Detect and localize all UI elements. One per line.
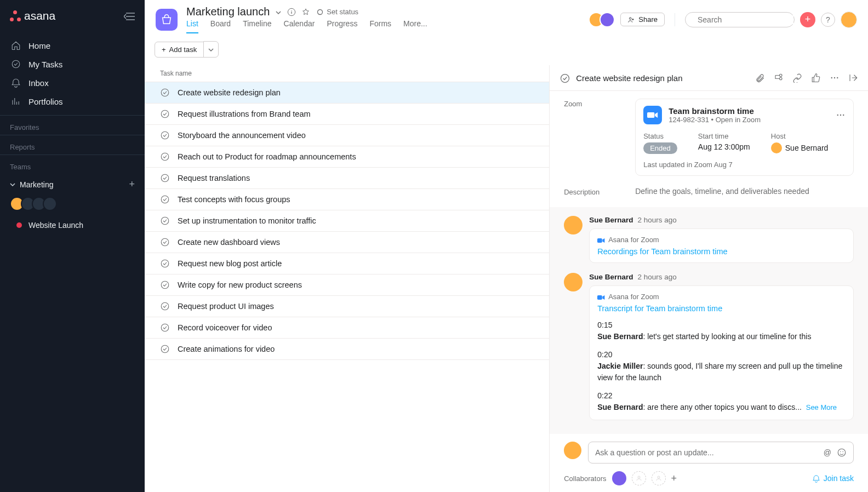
task-row[interactable]: Storyboard the announcement video [145, 125, 549, 146]
column-header-task-name[interactable]: Task name [145, 65, 549, 82]
project-menu-chevron-icon[interactable] [275, 8, 282, 16]
team-toggle[interactable]: Marketing + [0, 174, 145, 194]
task-row[interactable]: Request illustrations from Brand team [145, 104, 549, 125]
task-checkbox-icon[interactable] [160, 88, 170, 98]
subtask-icon[interactable] [774, 73, 784, 83]
task-row[interactable]: Create new dashboard views [145, 232, 549, 253]
svg-point-12 [161, 238, 169, 246]
reports-heading[interactable]: Reports [0, 135, 145, 155]
collaborator-avatar[interactable] [612, 471, 626, 485]
project-title[interactable]: Marketing launch [186, 5, 270, 18]
comment-author[interactable]: Sue Bernard [589, 273, 633, 281]
comment-author-avatar[interactable] [564, 273, 583, 291]
tab-more[interactable]: More... [403, 19, 427, 33]
task-checkbox-icon[interactable] [160, 301, 170, 311]
nav-home[interactable]: Home [0, 36, 145, 55]
task-row[interactable]: Create website redesign plan [145, 82, 549, 104]
search-input[interactable] [685, 12, 795, 27]
task-title: Storyboard the announcement video [178, 131, 306, 140]
profile-avatar[interactable] [841, 12, 857, 28]
star-icon[interactable] [301, 7, 310, 16]
project-members[interactable] [589, 12, 615, 27]
task-row[interactable]: Request new blog post article [145, 253, 549, 274]
add-task-button[interactable]: + Add task [155, 42, 204, 58]
svg-point-8 [161, 153, 169, 161]
add-collaborator-slot[interactable] [652, 471, 666, 485]
svg-point-9 [161, 174, 169, 182]
task-checkbox-icon[interactable] [160, 323, 170, 333]
see-more-link[interactable]: See More [806, 403, 837, 411]
comment-author[interactable]: Sue Bernard [589, 216, 633, 224]
comment-author-avatar[interactable] [564, 216, 583, 234]
more-icon[interactable] [830, 73, 840, 83]
task-checkbox-icon[interactable] [160, 280, 170, 290]
sidebar-collapse-icon[interactable] [124, 12, 135, 20]
task-checkbox-icon[interactable] [160, 173, 170, 183]
tab-calendar[interactable]: Calendar [284, 19, 315, 33]
set-status-button[interactable]: Set status [316, 7, 359, 17]
project-icon[interactable] [156, 9, 178, 31]
task-row[interactable]: Write copy for new product screens [145, 274, 549, 296]
attachment-icon[interactable] [755, 73, 765, 83]
task-row[interactable]: Request product UI images [145, 296, 549, 317]
task-row[interactable]: Request translations [145, 168, 549, 189]
help-button[interactable]: ? [821, 13, 835, 27]
task-checkbox-icon[interactable] [160, 216, 170, 226]
task-checkbox-icon[interactable] [160, 152, 170, 162]
svg-rect-26 [597, 238, 602, 243]
task-checkbox-icon[interactable] [160, 130, 170, 140]
collaborators-label: Collaborators [564, 474, 606, 483]
task-row[interactable]: Test concepts with focus groups [145, 189, 549, 210]
task-checkbox-icon[interactable] [160, 237, 170, 247]
emoji-icon[interactable] [837, 448, 847, 457]
link-icon[interactable] [792, 73, 802, 83]
task-checkbox-icon[interactable] [160, 109, 170, 119]
favorites-heading[interactable]: Favorites [0, 116, 145, 135]
comment-link[interactable]: Recordings for Team brainstorm time [597, 247, 846, 256]
comment-link[interactable]: Transcript for Team brainstorm time [597, 304, 846, 313]
task-title: Create website redesign plan [178, 88, 281, 97]
close-pane-icon[interactable] [848, 73, 858, 83]
tab-board[interactable]: Board [210, 19, 231, 33]
task-row[interactable]: Set up instrumentation to monitor traffi… [145, 210, 549, 232]
add-collaborator-slot[interactable] [632, 471, 646, 485]
like-icon[interactable] [811, 73, 821, 83]
tab-forms[interactable]: Forms [369, 19, 391, 33]
task-row[interactable]: Record voiceover for video [145, 317, 549, 339]
join-task-button[interactable]: Join task [812, 474, 854, 483]
global-create-button[interactable]: + [800, 12, 815, 27]
sidebar: asana Home My Tasks Inbox Portfolios [0, 0, 145, 492]
task-checkbox-icon[interactable] [160, 259, 170, 268]
task-title: Reach out to Product for roadmap announc… [178, 152, 356, 161]
task-row[interactable]: Reach out to Product for roadmap announc… [145, 146, 549, 168]
add-collaborator-button[interactable]: + [671, 473, 677, 484]
brand-logo[interactable]: asana [10, 9, 55, 22]
share-button[interactable]: Share [620, 13, 665, 26]
zoom-host-label: Host [771, 132, 829, 140]
search-field[interactable] [698, 15, 793, 24]
task-checkbox-icon[interactable] [160, 344, 170, 354]
description-text[interactable]: Define the goals, timeline, and delivera… [635, 187, 854, 196]
add-task-dropdown[interactable] [203, 41, 219, 58]
tab-progress[interactable]: Progress [327, 19, 357, 33]
complete-task-checkbox[interactable] [559, 73, 569, 83]
transcript-speaker: Sue Bernard [597, 403, 643, 411]
task-checkbox-icon[interactable] [160, 194, 170, 204]
nav-my-tasks[interactable]: My Tasks [0, 55, 145, 73]
tab-list[interactable]: List [186, 19, 198, 33]
nav-portfolios[interactable]: Portfolios [0, 92, 145, 111]
mention-icon[interactable]: @ [824, 448, 831, 457]
team-members[interactable] [0, 194, 145, 216]
add-to-team-icon[interactable]: + [129, 179, 135, 190]
info-icon[interactable] [287, 7, 296, 16]
zoom-card-menu-icon[interactable] [836, 110, 846, 120]
task-title: Test concepts with focus groups [178, 195, 290, 204]
task-row[interactable]: Create animations for video [145, 339, 549, 360]
comment-composer[interactable]: Ask a question or post an update... @ [588, 442, 854, 464]
open-in-zoom-link[interactable]: Open in Zoom [716, 116, 761, 124]
task-detail-title[interactable]: Create website redesign plan [576, 73, 682, 83]
transcript-text: : are there any other topics you want to… [643, 403, 801, 411]
sidebar-project-website-launch[interactable]: Website Launch [0, 216, 145, 234]
tab-timeline[interactable]: Timeline [243, 19, 271, 33]
nav-inbox[interactable]: Inbox [0, 73, 145, 92]
